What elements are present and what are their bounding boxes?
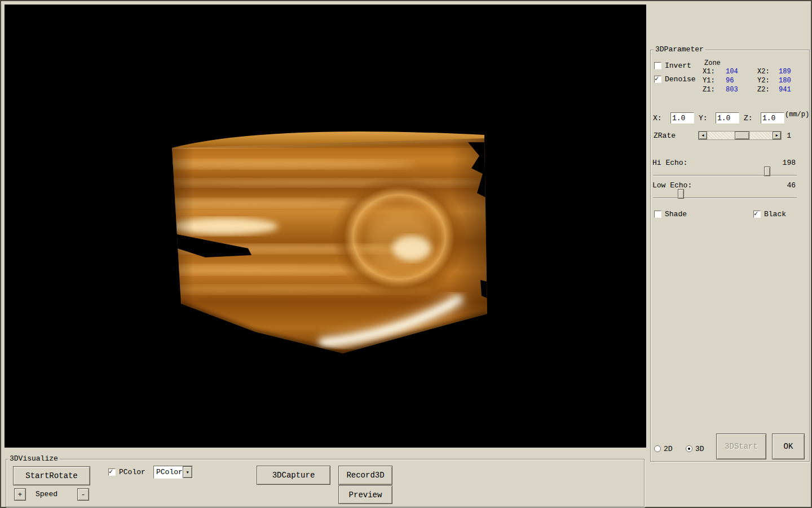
radio-3d[interactable] (686, 445, 692, 452)
chevron-down-icon: ▼ (186, 470, 188, 475)
capture-3d-button[interactable]: 3DCapture (257, 466, 330, 485)
shade-label[interactable]: Shade (665, 210, 687, 218)
scale-x-input[interactable] (670, 112, 694, 124)
zrate-scroll-left-button[interactable]: ◄ (699, 132, 707, 139)
hi-echo-slider-track[interactable] (653, 175, 797, 176)
low-echo-slider-track[interactable] (653, 198, 797, 199)
zone-y2-value: 180 (779, 77, 791, 85)
black-label[interactable]: Black (764, 210, 786, 218)
zrate-value: 1 (787, 132, 791, 140)
record-3d-button[interactable]: Record3D (338, 466, 392, 485)
zrate-scroll-thumb[interactable] (735, 132, 749, 139)
pcolor-checkbox[interactable]: ✓ (108, 468, 116, 476)
low-echo-value: 46 (787, 181, 796, 190)
volume-render-3d (5, 5, 646, 448)
low-echo-slider-thumb[interactable] (678, 189, 684, 199)
zrate-label: ZRate (654, 132, 676, 140)
speed-minus-button[interactable]: - (77, 488, 89, 501)
black-checkbox[interactable]: ✓ (753, 211, 761, 218)
radio-3d-label[interactable]: 3D (695, 445, 704, 453)
invert-label[interactable]: Invert (665, 62, 691, 70)
speed-label: Speed (36, 490, 58, 498)
ok-button[interactable]: OK (772, 433, 805, 459)
denoise-checkbox[interactable]: ✓ (654, 76, 661, 83)
param-panel-title: 3DParameter (654, 45, 705, 54)
zone-y1-label: Y1: (703, 77, 715, 85)
scale-x-label: X: (653, 114, 662, 122)
hi-echo-slider-thumb[interactable] (764, 167, 770, 176)
check-icon: ✓ (754, 209, 758, 218)
app-window: 3DParameter Invert ✓ Denoise Zone X1: 10… (0, 0, 812, 508)
zone-z2-value: 941 (779, 86, 791, 94)
zone-x1-value: 104 (726, 68, 738, 76)
visualize-panel: 3DVisualize StartRotate + Speed - ✓ PCol… (6, 459, 645, 507)
dropdown-arrow-button[interactable]: ▼ (183, 466, 192, 478)
low-echo-label: Low Echo: (652, 181, 692, 190)
scale-unit-label: (mm/p) (785, 111, 809, 119)
zone-title: Zone (704, 59, 721, 67)
radio-2d[interactable] (654, 445, 661, 452)
zrate-scrollbar[interactable]: ◄ ► (698, 131, 782, 140)
hi-echo-value: 198 (783, 159, 796, 167)
zone-z1-label: Z1: (703, 86, 715, 94)
zone-y2-label: Y2: (757, 77, 770, 85)
zrate-scroll-right-button[interactable]: ► (773, 132, 781, 139)
zone-x1-label: X1: (703, 68, 715, 76)
scale-y-input[interactable] (716, 112, 739, 124)
radio-2d-label[interactable]: 2D (664, 445, 673, 453)
invert-checkbox[interactable] (654, 62, 661, 69)
start-rotate-button[interactable]: StartRotate (13, 466, 90, 485)
visualize-panel-title: 3DVisualize (8, 454, 60, 463)
zone-z2-label: Z2: (757, 86, 770, 94)
zrate-scroll-track[interactable] (707, 132, 773, 139)
preview-button[interactable]: Preview (338, 485, 392, 504)
check-icon: ✓ (655, 75, 659, 83)
scale-y-label: Y: (699, 114, 708, 122)
zone-x2-label: X2: (757, 68, 770, 76)
start3d-button[interactable]: 3DStart (716, 433, 766, 459)
denoise-label[interactable]: Denoise (665, 75, 696, 84)
pcolor-label[interactable]: PColor (119, 468, 145, 476)
zone-x2-value: 189 (779, 68, 791, 76)
zone-y1-value: 96 (726, 77, 734, 85)
scroll-right-icon: ► (775, 133, 778, 138)
shade-checkbox[interactable] (654, 211, 661, 218)
zone-z1-value: 803 (726, 86, 738, 94)
hi-echo-label: Hi Echo: (652, 159, 687, 167)
check-icon: ✓ (109, 467, 113, 476)
pcolor-dropdown[interactable]: PColor ▼ (153, 466, 193, 479)
scroll-left-icon: ◄ (701, 133, 704, 138)
scale-z-input[interactable] (761, 112, 784, 124)
pcolor-dropdown-value: PColor (154, 468, 183, 476)
param-panel: 3DParameter Invert ✓ Denoise Zone X1: 10… (650, 50, 810, 462)
render-viewport[interactable] (5, 5, 646, 448)
speed-plus-button[interactable]: + (14, 488, 26, 501)
scale-z-label: Z: (744, 114, 753, 122)
